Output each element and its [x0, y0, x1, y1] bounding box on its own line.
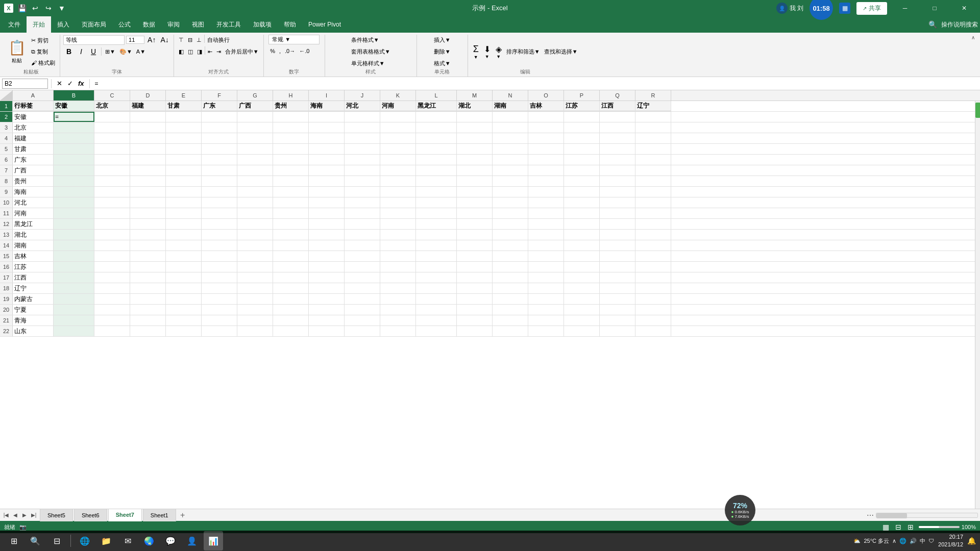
cell-d-5[interactable]	[130, 144, 166, 154]
cell-o-21[interactable]	[528, 315, 564, 325]
cell-m-13[interactable]	[457, 230, 493, 240]
cell-d-9[interactable]	[130, 187, 166, 197]
align-middle-btn[interactable]: ⊟	[186, 35, 194, 45]
cell-e-14[interactable]	[166, 240, 202, 251]
start-btn[interactable]: ⊞	[4, 531, 23, 550]
increase-font-btn[interactable]: A↑	[146, 35, 157, 45]
cell-r-13[interactable]	[635, 230, 671, 240]
cell-j2[interactable]	[345, 112, 380, 122]
cell-q-6[interactable]	[600, 155, 635, 165]
font-name-box[interactable]: 等线	[63, 35, 125, 45]
cell-i-18[interactable]	[309, 283, 345, 293]
cell-q-8[interactable]	[600, 176, 635, 186]
cell-h-4[interactable]	[273, 133, 309, 143]
indent-left-btn[interactable]: ⇤	[206, 46, 214, 57]
cell-d-7[interactable]	[130, 165, 166, 176]
cell-f-20[interactable]	[202, 305, 237, 315]
cell-i-13[interactable]	[309, 230, 345, 240]
cell-b-10[interactable]	[54, 197, 94, 208]
cell-r-7[interactable]	[635, 165, 671, 176]
cell-b-13[interactable]	[54, 230, 94, 240]
share-button[interactable]: ↗ 共享	[856, 2, 887, 15]
vertical-scrollbar[interactable]	[975, 101, 980, 509]
cell-g-7[interactable]	[237, 165, 273, 176]
sheet-tab-sheet7[interactable]: Sheet7	[108, 509, 142, 521]
cell-f1[interactable]: 广东	[202, 101, 237, 111]
cell-i-10[interactable]	[309, 197, 345, 208]
cell-j-16[interactable]	[345, 262, 380, 272]
cell-d-14[interactable]	[130, 240, 166, 251]
cell-m-17[interactable]	[457, 272, 493, 283]
cell-m-9[interactable]	[457, 187, 493, 197]
col-header-e[interactable]: E	[166, 90, 202, 101]
cell-n-19[interactable]	[493, 294, 528, 304]
cell-c-8[interactable]	[94, 176, 130, 186]
cell-o-5[interactable]	[528, 144, 564, 154]
cell-b-20[interactable]	[54, 305, 94, 315]
cell-k-18[interactable]	[380, 283, 416, 293]
row-num-21[interactable]: 21	[0, 315, 13, 325]
cell-b-4[interactable]	[54, 133, 94, 143]
cell-j-7[interactable]	[345, 165, 380, 176]
zoom-control[interactable]: 100%	[919, 524, 976, 530]
cell-b-16[interactable]	[54, 262, 94, 272]
cell-k-10[interactable]	[380, 197, 416, 208]
cell-o-7[interactable]	[528, 165, 564, 176]
cell-o-13[interactable]	[528, 230, 564, 240]
cell-g-8[interactable]	[237, 176, 273, 186]
cell-b-5[interactable]	[54, 144, 94, 154]
tab-formulas[interactable]: 公式	[112, 16, 137, 33]
grid-body[interactable]: 1 行标签 安徽 北京 福建 甘肃 广东 广西 贵州 海南 河北 河南 黑龙江 …	[0, 101, 980, 509]
cell-r-6[interactable]	[635, 155, 671, 165]
row-num-6[interactable]: 6	[0, 155, 13, 165]
copy-btn[interactable]: ⧉ 复制	[30, 46, 57, 57]
cell-d-10[interactable]	[130, 197, 166, 208]
cell-p-18[interactable]	[564, 283, 600, 293]
cell-k-19[interactable]	[380, 294, 416, 304]
cell-r1[interactable]: 辽宁	[635, 101, 671, 111]
cell-h-12[interactable]	[273, 219, 309, 229]
fill-color-btn[interactable]: 🎨▼	[118, 46, 134, 57]
sheet-nav-last[interactable]: ▶|	[30, 511, 38, 519]
cell-q-14[interactable]	[600, 240, 635, 251]
cell-r-5[interactable]	[635, 144, 671, 154]
cell-n-9[interactable]	[493, 187, 528, 197]
increase-decimal-btn[interactable]: .0→	[283, 46, 297, 56]
ribbon-collapse-btn[interactable]: ∧	[968, 35, 978, 77]
col-header-d[interactable]: D	[130, 90, 166, 101]
macro-icon[interactable]: 📷	[19, 524, 27, 531]
cell-a-18[interactable]: 辽宁	[13, 283, 54, 293]
cell-i-3[interactable]	[309, 122, 345, 133]
tab-help[interactable]: 帮助	[278, 16, 302, 33]
col-header-j[interactable]: J	[345, 90, 380, 101]
cell-i-22[interactable]	[309, 326, 345, 336]
cell-d-13[interactable]	[130, 230, 166, 240]
sheet-tab-sheet5[interactable]: Sheet5	[40, 509, 73, 521]
cell-o-6[interactable]	[528, 155, 564, 165]
cell-o-19[interactable]	[528, 294, 564, 304]
cell-f-10[interactable]	[202, 197, 237, 208]
cell-a-14[interactable]: 湖南	[13, 240, 54, 251]
tray-speaker[interactable]: 🔊	[910, 538, 917, 544]
row-num-9[interactable]: 9	[0, 187, 13, 197]
col-header-n[interactable]: N	[493, 90, 528, 101]
cell-f-14[interactable]	[202, 240, 237, 251]
cell-g1[interactable]: 广西	[237, 101, 273, 111]
cell-r-19[interactable]	[635, 294, 671, 304]
cell-q-9[interactable]	[600, 187, 635, 197]
cell-g-10[interactable]	[237, 197, 273, 208]
row-num-12[interactable]: 12	[0, 219, 13, 229]
cell-b-3[interactable]	[54, 122, 94, 133]
cell-d-8[interactable]	[130, 176, 166, 186]
cell-n-15[interactable]	[493, 251, 528, 261]
cell-j-11[interactable]	[345, 208, 380, 218]
cell-d-19[interactable]	[130, 294, 166, 304]
cell-q2[interactable]	[600, 112, 635, 122]
table-format-btn[interactable]: 套用表格格式▼	[350, 46, 392, 57]
cell-c1[interactable]: 北京	[94, 101, 130, 111]
cell-q-11[interactable]	[600, 208, 635, 218]
cell-k-3[interactable]	[380, 122, 416, 133]
cell-m2[interactable]	[457, 112, 493, 122]
row-num-5[interactable]: 5	[0, 144, 13, 154]
cell-q-15[interactable]	[600, 251, 635, 261]
